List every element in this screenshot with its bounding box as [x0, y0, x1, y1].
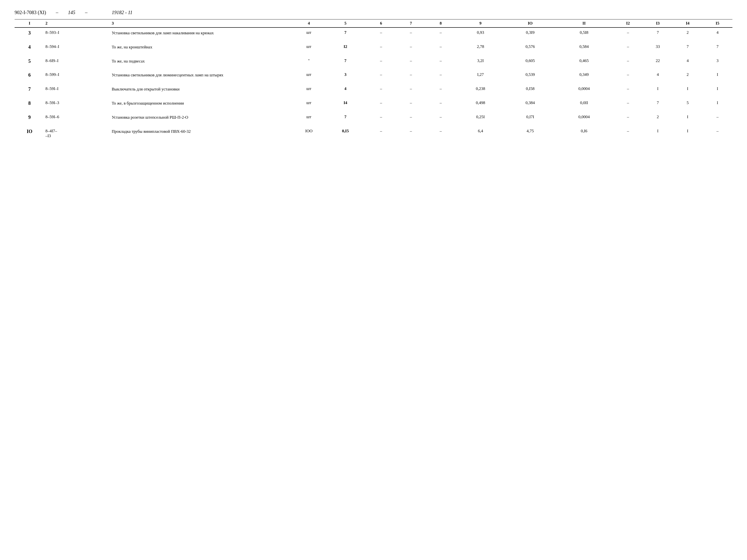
table-row: IO8–4I7– –I3Прокладка трубы винипластово…	[15, 126, 732, 141]
table-cell: 5	[673, 98, 703, 109]
table-cell: –	[396, 27, 426, 38]
table-cell: Установка светильников для люминесцентны…	[111, 70, 293, 80]
table-cell: 0,I7I	[505, 112, 555, 123]
table-cell: –	[396, 56, 426, 66]
table-cell: То же, в брызгозащищенном исполнении	[111, 98, 293, 109]
table-cell: –	[613, 98, 643, 109]
table-cell: 3,2I	[456, 56, 505, 66]
table-cell: 4	[702, 27, 732, 38]
table-cell: 0,5I8	[555, 27, 613, 38]
table-cell: 0,25I	[456, 112, 505, 123]
table-cell: шт	[293, 84, 325, 95]
table-cell: 5	[15, 56, 45, 66]
table-cell: 7	[643, 98, 673, 109]
table-cell: 0,576	[505, 42, 555, 53]
table-cell: –	[396, 42, 426, 53]
table-cell: I	[702, 84, 732, 95]
table-cell: 4	[325, 84, 366, 95]
table-cell: 2	[673, 27, 703, 38]
table-cell: 8–59I–6	[45, 112, 111, 123]
table-cell: 33	[643, 42, 673, 53]
table-cell: 0,3I9	[505, 27, 555, 38]
table-cell: –	[426, 70, 456, 80]
table-cell: 7	[643, 27, 673, 38]
table-cell: Установка светильников для ламп накалива…	[111, 27, 293, 38]
table-cell: шт	[293, 70, 325, 80]
table-cell: –	[613, 126, 643, 141]
table-cell: 0,0004	[555, 112, 613, 123]
table-cell: –	[366, 70, 396, 80]
table-cell: –	[426, 112, 456, 123]
table-cell: –	[702, 126, 732, 141]
table-cell: шт	[293, 98, 325, 109]
table-cell: IO	[15, 126, 45, 141]
table-cell: шт	[293, 27, 325, 38]
col-header-15: I5	[702, 20, 732, 28]
table-cell: 0,0II	[555, 98, 613, 109]
table-cell: –	[426, 27, 456, 38]
table-cell: Установка розетки штепсельной РШ-П-2-О	[111, 112, 293, 123]
table-cell: 8–4I7– –I3	[45, 126, 111, 141]
table-cell: 4	[15, 42, 45, 53]
col-header-1: I	[15, 20, 45, 28]
table-cell: I	[643, 84, 673, 95]
table-cell: I	[673, 84, 703, 95]
table-cell: 22	[643, 56, 673, 66]
table-cell: –	[366, 84, 396, 95]
table-cell: –	[613, 112, 643, 123]
table-cell: 2,78	[456, 42, 505, 53]
col-header-5: 5	[325, 20, 366, 28]
table-cell: 0,I5	[325, 126, 366, 141]
table-cell: 0,I6	[555, 126, 613, 141]
table-cell: –	[366, 126, 396, 141]
table-cell: –	[613, 70, 643, 80]
doc-number: 902-I-7083 (XI)	[15, 10, 46, 15]
table-cell: –	[396, 70, 426, 80]
col-header-13: I3	[643, 20, 673, 28]
dash2: –	[85, 10, 87, 15]
table-cell: 2	[673, 70, 703, 80]
table-cell: 7	[325, 112, 366, 123]
table-cell: 8–6I9–I	[45, 56, 111, 66]
col-header-2: 2	[45, 20, 111, 28]
table-cell: 7	[15, 84, 45, 95]
spacer-row	[15, 53, 732, 56]
col-header-8: 8	[426, 20, 456, 28]
table-cell: шт	[293, 42, 325, 53]
table-cell: 0,465	[555, 56, 613, 66]
table-cell: 8–599–I	[45, 70, 111, 80]
table-cell: –	[702, 112, 732, 123]
table-cell: –	[613, 42, 643, 53]
table-cell: 3	[325, 70, 366, 80]
table-cell: 4,75	[505, 126, 555, 141]
table-cell: I	[673, 112, 703, 123]
main-table: I 2 3 4 5 6 7 8 9 IO II I2 I3 I4 I5 38–5…	[15, 19, 732, 141]
col-header-9: 9	[456, 20, 505, 28]
spacer-row	[15, 109, 732, 112]
ref-number: 19182 - 11	[112, 10, 132, 15]
col-header-4: 4	[293, 20, 325, 28]
page-header: 902-I-7083 (XI) – 145 – 19182 - 11	[15, 10, 732, 15]
spacer-row	[15, 80, 732, 84]
spacer-row	[15, 123, 732, 126]
table-cell: –	[396, 112, 426, 123]
table-cell: "	[293, 56, 325, 66]
table-cell: Выключатель для открытой установки	[111, 84, 293, 95]
table-cell: –	[426, 42, 456, 53]
table-cell: –	[613, 27, 643, 38]
table-cell: 0,I58	[505, 84, 555, 95]
table-cell: I	[702, 98, 732, 109]
col-header-11: II	[555, 20, 613, 28]
table-cell: –	[366, 42, 396, 53]
table-row: 78–59I–IВыключатель для открытой установ…	[15, 84, 732, 95]
table-cell: I	[702, 70, 732, 80]
table-cell: I	[643, 126, 673, 141]
table-cell: То же, на подвесах	[111, 56, 293, 66]
table-cell: 7	[673, 42, 703, 53]
col-header-6: 6	[366, 20, 396, 28]
table-cell: –	[426, 98, 456, 109]
table-row: 68–599–IУстановка светильников для люмин…	[15, 70, 732, 80]
table-cell: –	[366, 98, 396, 109]
spacer-row	[15, 66, 732, 70]
table-row: 98–59I–6Установка розетки штепсельной РШ…	[15, 112, 732, 123]
